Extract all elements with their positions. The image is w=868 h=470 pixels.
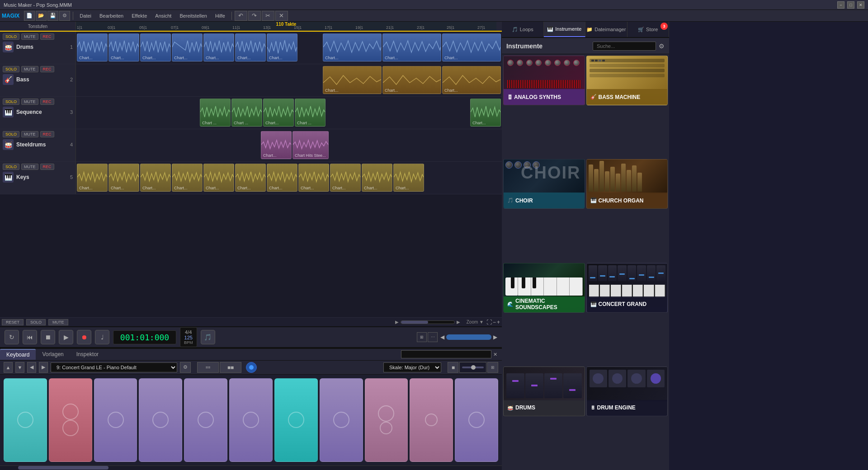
clip-seq-5[interactable]: Chart...: [470, 99, 501, 127]
mode-btn-1[interactable]: ≡≡: [197, 362, 219, 373]
clip-drums-1[interactable]: Chart...: [77, 33, 108, 61]
card-drums-inst[interactable]: 🥁 DRUMS: [503, 367, 585, 416]
pad-9[interactable]: [365, 378, 408, 462]
maximize-button[interactable]: □: [847, 1, 854, 9]
clip-keys-11[interactable]: Chart...: [393, 164, 424, 192]
new-button[interactable]: 📄: [24, 11, 35, 21]
scale-select[interactable]: Skale: Major (Dur): [383, 362, 441, 372]
size-slider[interactable]: [459, 362, 486, 373]
menu-effekte[interactable]: Effekte: [128, 12, 151, 19]
keyboard-hscrollbar-thumb[interactable]: [18, 466, 108, 470]
grid-view-button[interactable]: ⊞: [417, 332, 427, 342]
save-button[interactable]: 💾: [47, 11, 58, 21]
solo-button-keys[interactable]: SOLO: [3, 164, 19, 170]
clip-seq-3[interactable]: Chart...: [263, 99, 294, 127]
grow-icon[interactable]: +: [497, 319, 500, 325]
pad-11[interactable]: [455, 378, 498, 462]
solo-button-drums[interactable]: SOLO: [3, 33, 19, 40]
hscrollbar-thumb[interactable]: [401, 321, 428, 324]
menu-ansicht[interactable]: Ansicht: [151, 12, 175, 19]
clip-keys-5[interactable]: Chart...: [203, 164, 234, 192]
solo-button-sequence[interactable]: SOLO: [3, 99, 19, 105]
clip-drums-4[interactable]: Chart...: [172, 33, 203, 61]
pad-5[interactable]: [184, 378, 227, 462]
next-icon[interactable]: ▶: [493, 334, 497, 340]
undo-button[interactable]: ↶: [235, 11, 247, 21]
zoom-label[interactable]: Zoom ▼: [467, 320, 484, 324]
pad-8[interactable]: [320, 378, 363, 462]
clip-seq-2[interactable]: Chart ...: [231, 99, 262, 127]
all-solo-button[interactable]: SOLO: [26, 319, 46, 325]
solo-button-bass[interactable]: SOLO: [3, 66, 19, 72]
close-project-button[interactable]: ✕: [275, 11, 288, 21]
redo-button[interactable]: ↷: [248, 11, 261, 21]
clip-seq-4[interactable]: Chart ...: [295, 99, 326, 127]
record-button[interactable]: ⏺: [77, 330, 91, 344]
mute-button-sequence[interactable]: MUTE: [21, 99, 38, 105]
tab-keyboard[interactable]: Keyboard: [0, 349, 36, 360]
right-tab-store[interactable]: 🛒 Store 3: [627, 22, 670, 37]
pad-3[interactable]: [94, 378, 137, 462]
clip-keys-1[interactable]: Chart...: [77, 164, 108, 192]
menu-datei[interactable]: Datei: [76, 12, 95, 19]
pad-6[interactable]: [229, 378, 273, 462]
instruments-search-input[interactable]: [593, 42, 656, 51]
metronome-icon[interactable]: 🎵: [201, 330, 215, 344]
keyboard-hscrollbar[interactable]: [0, 465, 502, 470]
mode-btn-2[interactable]: ◼◼: [220, 362, 241, 373]
open-button[interactable]: 📂: [36, 11, 47, 21]
clip-bass-2[interactable]: Chart...: [382, 66, 441, 94]
tab-vorlagen[interactable]: Vorlagen: [36, 349, 70, 359]
clip-keys-2[interactable]: Chart...: [108, 164, 139, 192]
rec-button-drums[interactable]: REC: [40, 33, 54, 40]
menu-hilfe[interactable]: Hilfe: [212, 12, 229, 19]
pad-2[interactable]: [49, 378, 92, 462]
clip-bass-3[interactable]: Chart...: [442, 66, 501, 94]
clip-keys-9[interactable]: Chart...: [330, 164, 361, 192]
instrument-settings-button[interactable]: ⚙: [180, 362, 191, 373]
size-knob[interactable]: [471, 365, 476, 370]
card-drum-engine[interactable]: 🎚 DRUM ENGINE: [586, 367, 668, 416]
clip-drums-9[interactable]: Chart...: [382, 33, 441, 61]
clip-bass-1[interactable]: Chart...: [323, 66, 382, 94]
card-analog-synths[interactable]: 🎛 ANALOG SYNTHS: [503, 56, 585, 105]
card-church-organ[interactable]: 🎹 CHURCH ORGAN: [586, 159, 668, 209]
bottom-search-input[interactable]: [401, 350, 491, 358]
clip-drums-2[interactable]: Chart...: [108, 33, 139, 61]
shrink-icon[interactable]: −: [493, 319, 496, 325]
mute-button-bass[interactable]: MUTE: [21, 66, 38, 72]
bottom-search-clear[interactable]: ✕: [493, 352, 497, 357]
mute-button-steeldrums[interactable]: MUTE: [21, 131, 38, 137]
clip-seq-1[interactable]: Chart ...: [200, 99, 231, 127]
right-tab-loops[interactable]: 🎵 Loops: [502, 22, 544, 37]
minimize-button[interactable]: −: [837, 1, 844, 9]
clip-drums-7[interactable]: Chart...: [267, 33, 297, 61]
inst-arrow-down[interactable]: ▼: [15, 362, 24, 373]
rec-button-sequence[interactable]: REC: [40, 99, 54, 105]
close-button[interactable]: ✕: [857, 1, 864, 9]
card-choir[interactable]: CHOIR 🎵 CHOIR: [503, 159, 585, 209]
menu-bereitstellen[interactable]: Bereitstellen: [176, 12, 211, 19]
all-mute-button[interactable]: MUTE: [48, 319, 68, 325]
mute-button-keys[interactable]: MUTE: [21, 164, 38, 170]
clip-keys-10[interactable]: Chart...: [362, 164, 392, 192]
clip-steel-1[interactable]: Chart...: [261, 131, 292, 159]
menu-bearbeiten[interactable]: Bearbeiten: [96, 12, 127, 19]
right-tab-instrumente[interactable]: 🎹 Instrumente: [544, 22, 586, 37]
pad-4[interactable]: [139, 378, 182, 462]
inst-arrow-up[interactable]: ▲: [4, 362, 13, 373]
clip-drums-6[interactable]: Chart...: [235, 33, 266, 61]
clip-keys-4[interactable]: Chart...: [172, 164, 203, 192]
instrument-select[interactable]: 9: Concert Grand LE - Piano Default: [51, 362, 177, 372]
clip-keys-3[interactable]: Chart...: [140, 164, 171, 192]
prev-icon[interactable]: ◀: [440, 334, 444, 340]
size-btn-sm[interactable]: ◼: [448, 362, 458, 373]
cut-button[interactable]: ✂: [262, 11, 274, 21]
instruments-settings-icon[interactable]: ⚙: [659, 42, 665, 50]
reset-button[interactable]: RESET: [2, 319, 24, 325]
stop-button[interactable]: ⏹: [41, 330, 55, 344]
rewind-button[interactable]: ⏮: [23, 330, 37, 344]
tab-inspektor[interactable]: Inspektor: [70, 349, 105, 359]
clip-keys-7[interactable]: Chart...: [267, 164, 297, 192]
right-tab-dateimanager[interactable]: 📁 Dateimanager: [585, 22, 627, 37]
